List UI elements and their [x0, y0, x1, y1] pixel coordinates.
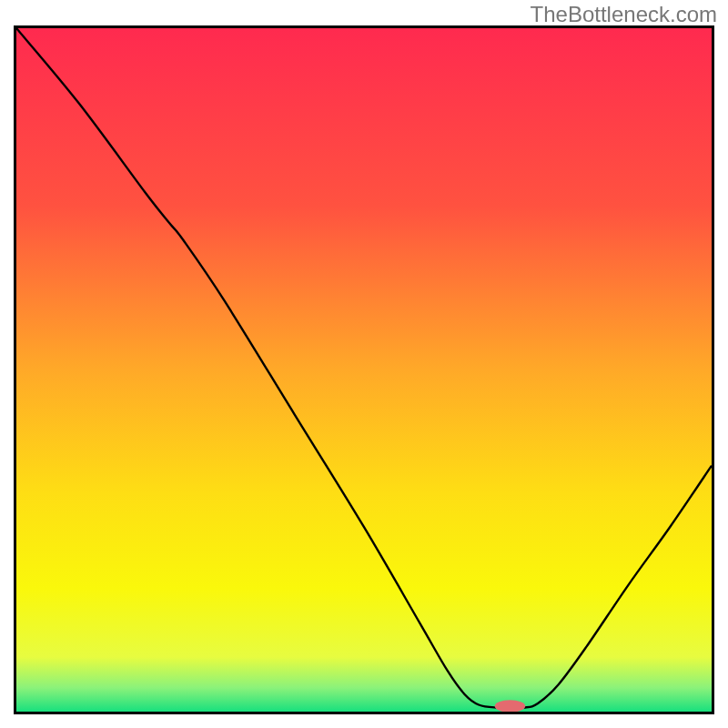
chart-container: TheBottleneck.com	[0, 0, 728, 728]
watermark-text: TheBottleneck.com	[531, 2, 717, 27]
plot-area	[14, 25, 714, 714]
gradient-background	[16, 28, 712, 712]
plot-svg	[16, 28, 712, 712]
